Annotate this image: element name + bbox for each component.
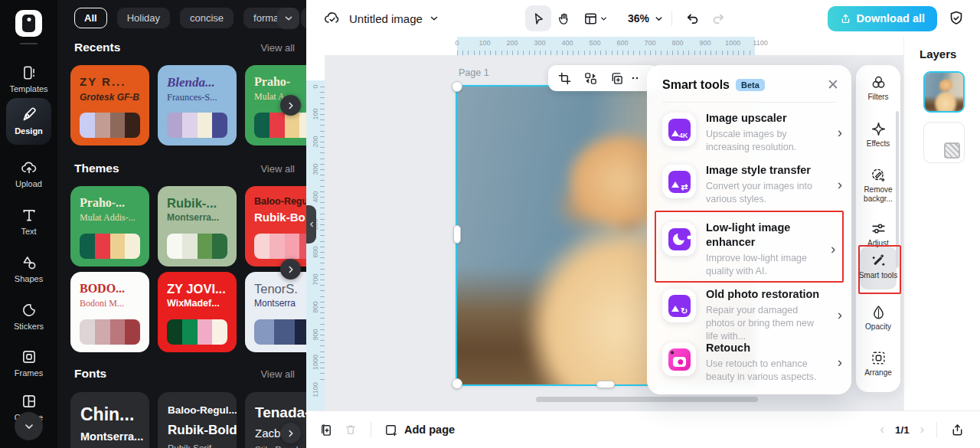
- replace-image-button[interactable]: [579, 67, 602, 89]
- sidebar-item-frames[interactable]: Frames: [0, 348, 57, 378]
- theme-card[interactable]: Rubik-... Montserra...: [158, 186, 237, 267]
- theme-card-title: ZY R...: [80, 76, 140, 88]
- ruler-corner: [306, 37, 325, 55]
- zoom-level[interactable]: 36%: [628, 12, 649, 25]
- download-all-label: Download all: [857, 12, 925, 25]
- duplicate-page-button[interactable]: [314, 417, 338, 442]
- crop-button[interactable]: [553, 67, 576, 89]
- rail-item-label: Opacity: [865, 322, 891, 332]
- sidebar-item-text[interactable]: Text: [0, 207, 57, 236]
- ruler-tick-label: 1000: [719, 39, 746, 47]
- tool-item-style-transfer[interactable]: Image style transfer Convert your images…: [662, 163, 842, 206]
- theme-card[interactable]: ZY R... Grotesk GF-B...: [70, 65, 149, 146]
- bottombar-divider-2: [936, 422, 937, 437]
- previous-page-button[interactable]: ‹: [876, 423, 889, 437]
- rail-item-opacity[interactable]: Opacity: [856, 304, 900, 332]
- recents-next-button[interactable]: [280, 95, 301, 116]
- tag-chip[interactable]: c: [301, 8, 306, 28]
- rail-item-adjust[interactable]: Adjust: [856, 221, 900, 248]
- theme-card[interactable]: BODO... Bodoni M...: [70, 272, 149, 352]
- ruler-tick-label: 400: [306, 189, 325, 204]
- chevron-right-icon: ›: [838, 124, 842, 141]
- document-menu-chevron-icon[interactable]: [429, 13, 439, 24]
- selection-handle-bottom-left[interactable]: [452, 378, 462, 389]
- ruler-tick-label: 800: [306, 299, 325, 315]
- select-tool-button[interactable]: [525, 5, 551, 31]
- theme-card[interactable]: Blenda... Fraunces-S...: [158, 65, 237, 146]
- rail-item-effects[interactable]: Effects: [856, 121, 900, 149]
- theme-card-palette: [167, 234, 227, 259]
- font-card[interactable]: Chin... Montserra... Montserrat-Re: [70, 392, 149, 448]
- tags-expand-button[interactable]: [277, 8, 299, 29]
- palette-swatch: [95, 234, 110, 259]
- rail-item-filters[interactable]: Filters: [856, 74, 900, 102]
- theme-card[interactable]: TenorS. Montserra: [245, 272, 306, 352]
- canvas-size-button[interactable]: [577, 5, 614, 31]
- rail-item-remove-background[interactable]: Remove backgr...: [856, 167, 900, 203]
- tool-item-old-photo-restoration[interactable]: Old photo restoration Repair your damage…: [662, 287, 842, 342]
- sidebar-scroll-down-button[interactable]: [15, 412, 43, 440]
- sidebar-item-shapes[interactable]: Shapes: [0, 254, 57, 283]
- selection-handle-top-left[interactable]: [452, 81, 462, 92]
- add-page-button[interactable]: Add page: [384, 423, 455, 437]
- document-title[interactable]: Untitled image: [349, 12, 423, 25]
- export-page-button[interactable]: [945, 417, 969, 442]
- theme-card[interactable]: Baloo-Regu Rubik-Bo: [245, 186, 306, 267]
- stickers-icon: [21, 302, 38, 319]
- palette-swatch: [80, 319, 95, 345]
- fonts-view-all-link[interactable]: View all: [260, 368, 295, 380]
- recents-view-all-link[interactable]: View all: [260, 42, 295, 54]
- tag-chip[interactable]: concise: [180, 8, 234, 28]
- tag-chip[interactable]: Holiday: [117, 8, 170, 28]
- hand-tool-button[interactable]: [551, 5, 577, 31]
- sidebar-item-stickers[interactable]: Stickers: [0, 302, 57, 331]
- tool-item-retouch[interactable]: Retouch Use retouch to enhance beauty in…: [662, 341, 842, 384]
- font-card-name: Tenada-: [255, 404, 306, 421]
- theme-card[interactable]: ZY JOVI... WixMadef...: [158, 272, 237, 352]
- retouch-icon: [662, 342, 696, 376]
- zoom-chevron-icon[interactable]: [654, 14, 664, 24]
- selection-handle-middle-left[interactable]: [453, 225, 461, 244]
- close-icon[interactable]: ✕: [827, 77, 839, 92]
- page-indicator: 1/1: [895, 424, 910, 436]
- font-card[interactable]: Baloo-Regul... Rubik-Bold Rubik-Serif...: [158, 392, 237, 448]
- tag-chip[interactable]: All: [74, 8, 107, 28]
- sidebar-item-design[interactable]: Design: [0, 106, 57, 136]
- app-logo[interactable]: [15, 10, 42, 37]
- page-label[interactable]: Page 1: [459, 67, 489, 78]
- theme-card-subtitle: Fraunces-S...: [167, 92, 227, 103]
- next-page-button[interactable]: ›: [916, 423, 929, 437]
- theme-card[interactable]: Praho-... Mulat Addis-...: [70, 186, 149, 267]
- design-panel: AllHolidayconciseformalc Recents View al…: [57, 0, 306, 448]
- sidebar-item-upload[interactable]: Upload: [0, 159, 57, 188]
- tool-item-low-light-enhancer[interactable]: Low-light image enhancer Improve low-lig…: [662, 221, 842, 277]
- tool-item-image-upscaler[interactable]: Image upscaler Upscale images by increas…: [662, 111, 842, 154]
- theme-card-palette: [80, 319, 140, 345]
- selection-handle-bottom-center[interactable]: [596, 381, 615, 388]
- sidebar-item-templates[interactable]: Templates: [0, 64, 57, 93]
- tool-item-desc: Improve low-light image quality with AI.: [706, 252, 821, 278]
- download-all-button[interactable]: Download all: [828, 6, 937, 31]
- duplicate-button[interactable]: [605, 67, 628, 89]
- more-options-icon[interactable]: [631, 67, 642, 89]
- layer-thumbnail-background[interactable]: [923, 122, 965, 163]
- rail-item-smart-tools[interactable]: Smart tools: [856, 253, 900, 280]
- layer-thumbnail-image[interactable]: [923, 71, 965, 113]
- canvas-horizontal-scrollbar[interactable]: [536, 397, 758, 402]
- redo-button[interactable]: [706, 5, 732, 31]
- theme-card-palette: [80, 234, 140, 259]
- undo-button[interactable]: [680, 5, 706, 31]
- background-layer-icon: [944, 142, 960, 159]
- rail-item-arrange[interactable]: Arrange: [856, 350, 900, 378]
- themes-view-all-link[interactable]: View all: [260, 163, 295, 175]
- privacy-shield-icon[interactable]: [943, 5, 969, 31]
- theme-card-title: Praho-...: [80, 197, 140, 210]
- fonts-next-button[interactable]: [280, 423, 301, 443]
- beta-badge: Beta: [736, 79, 765, 91]
- palette-swatch: [254, 113, 270, 138]
- add-page-label: Add page: [404, 423, 455, 436]
- panel-collapse-handle[interactable]: [306, 205, 316, 244]
- theme-card-title: Praho-: [254, 76, 306, 89]
- themes-next-button[interactable]: [280, 259, 301, 280]
- delete-page-button[interactable]: [338, 417, 363, 442]
